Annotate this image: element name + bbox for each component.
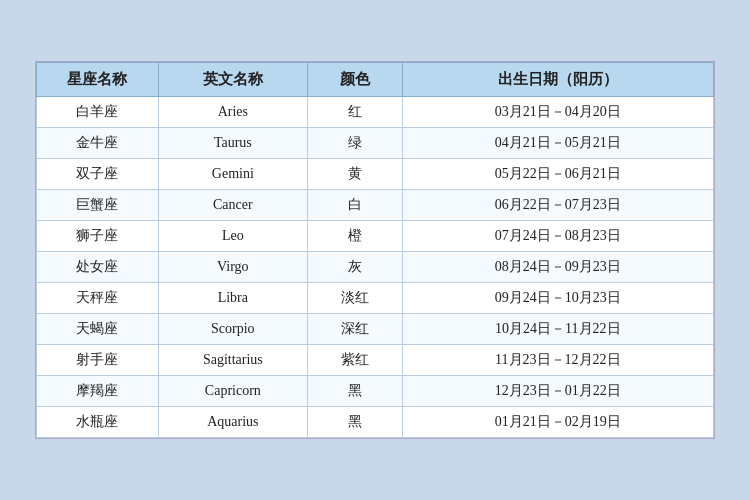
table-row: 天秤座Libra淡红09月24日－10月23日 — [37, 283, 714, 314]
table-body: 白羊座Aries红03月21日－04月20日金牛座Taurus绿04月21日－0… — [37, 97, 714, 438]
cell-english: Virgo — [158, 252, 307, 283]
cell-date: 03月21日－04月20日 — [402, 97, 713, 128]
cell-chinese: 双子座 — [37, 159, 159, 190]
cell-english: Taurus — [158, 128, 307, 159]
cell-english: Cancer — [158, 190, 307, 221]
table-row: 水瓶座Aquarius黑01月21日－02月19日 — [37, 407, 714, 438]
table-row: 狮子座Leo橙07月24日－08月23日 — [37, 221, 714, 252]
table-row: 巨蟹座Cancer白06月22日－07月23日 — [37, 190, 714, 221]
cell-english: Aries — [158, 97, 307, 128]
header-date: 出生日期（阳历） — [402, 63, 713, 97]
cell-chinese: 摩羯座 — [37, 376, 159, 407]
cell-color: 绿 — [307, 128, 402, 159]
cell-color: 黄 — [307, 159, 402, 190]
cell-color: 淡红 — [307, 283, 402, 314]
cell-date: 10月24日－11月22日 — [402, 314, 713, 345]
cell-color: 黑 — [307, 407, 402, 438]
cell-english: Leo — [158, 221, 307, 252]
cell-english: Scorpio — [158, 314, 307, 345]
cell-chinese: 白羊座 — [37, 97, 159, 128]
table-row: 摩羯座Capricorn黑12月23日－01月22日 — [37, 376, 714, 407]
cell-color: 红 — [307, 97, 402, 128]
table-row: 双子座Gemini黄05月22日－06月21日 — [37, 159, 714, 190]
cell-chinese: 金牛座 — [37, 128, 159, 159]
table-row: 白羊座Aries红03月21日－04月20日 — [37, 97, 714, 128]
cell-color: 黑 — [307, 376, 402, 407]
header-chinese: 星座名称 — [37, 63, 159, 97]
cell-color: 灰 — [307, 252, 402, 283]
cell-chinese: 天蝎座 — [37, 314, 159, 345]
cell-chinese: 巨蟹座 — [37, 190, 159, 221]
cell-chinese: 水瓶座 — [37, 407, 159, 438]
cell-date: 11月23日－12月22日 — [402, 345, 713, 376]
table-row: 金牛座Taurus绿04月21日－05月21日 — [37, 128, 714, 159]
cell-date: 05月22日－06月21日 — [402, 159, 713, 190]
header-english: 英文名称 — [158, 63, 307, 97]
cell-english: Aquarius — [158, 407, 307, 438]
zodiac-table-wrapper: 星座名称 英文名称 颜色 出生日期（阳历） 白羊座Aries红03月21日－04… — [35, 61, 715, 439]
cell-date: 09月24日－10月23日 — [402, 283, 713, 314]
cell-date: 04月21日－05月21日 — [402, 128, 713, 159]
cell-color: 白 — [307, 190, 402, 221]
header-color: 颜色 — [307, 63, 402, 97]
cell-color: 紫红 — [307, 345, 402, 376]
cell-chinese: 处女座 — [37, 252, 159, 283]
cell-chinese: 天秤座 — [37, 283, 159, 314]
cell-english: Sagittarius — [158, 345, 307, 376]
cell-chinese: 狮子座 — [37, 221, 159, 252]
cell-date: 12月23日－01月22日 — [402, 376, 713, 407]
cell-date: 01月21日－02月19日 — [402, 407, 713, 438]
cell-date: 06月22日－07月23日 — [402, 190, 713, 221]
table-row: 射手座Sagittarius紫红11月23日－12月22日 — [37, 345, 714, 376]
cell-color: 橙 — [307, 221, 402, 252]
cell-chinese: 射手座 — [37, 345, 159, 376]
cell-date: 08月24日－09月23日 — [402, 252, 713, 283]
cell-color: 深红 — [307, 314, 402, 345]
cell-english: Gemini — [158, 159, 307, 190]
cell-english: Libra — [158, 283, 307, 314]
table-row: 天蝎座Scorpio深红10月24日－11月22日 — [37, 314, 714, 345]
table-row: 处女座Virgo灰08月24日－09月23日 — [37, 252, 714, 283]
cell-english: Capricorn — [158, 376, 307, 407]
table-header-row: 星座名称 英文名称 颜色 出生日期（阳历） — [37, 63, 714, 97]
cell-date: 07月24日－08月23日 — [402, 221, 713, 252]
zodiac-table: 星座名称 英文名称 颜色 出生日期（阳历） 白羊座Aries红03月21日－04… — [36, 62, 714, 438]
